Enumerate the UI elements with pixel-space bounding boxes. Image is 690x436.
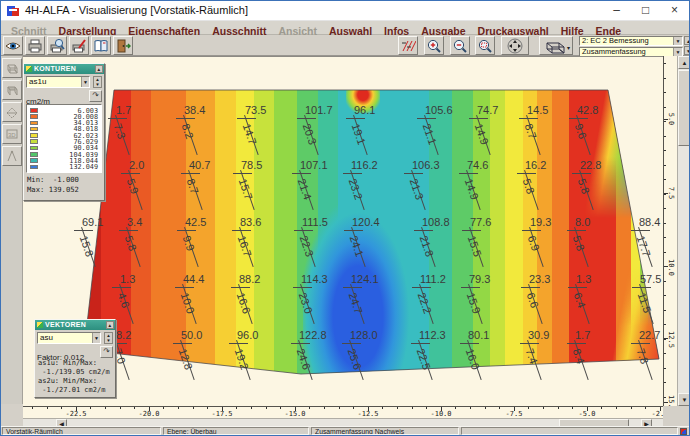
node-value-1: 73.5 bbox=[245, 104, 266, 116]
refresh-button[interactable]: ↷ bbox=[89, 90, 102, 102]
close-button[interactable]: × bbox=[660, 1, 689, 21]
zoom-in-button[interactable] bbox=[424, 36, 444, 55]
node-value-1: 83.6 bbox=[240, 216, 261, 228]
status-indicator-icon bbox=[680, 428, 687, 435]
node-value-1: 1.7 bbox=[575, 329, 590, 341]
ruler-label: -15.0 bbox=[284, 410, 305, 418]
chevron-down-icon[interactable]: ▼ bbox=[673, 37, 682, 45]
zoom-window-button[interactable] bbox=[475, 36, 495, 55]
compass-icon bbox=[5, 149, 19, 163]
loadcase-combo[interactable]: 2: EC 2 Bemessung▼ bbox=[579, 36, 683, 46]
scroll-up-icon[interactable]: ▲ bbox=[678, 56, 690, 69]
exit-door-icon bbox=[115, 38, 131, 54]
panel-collapse-button[interactable]: ▴ bbox=[95, 65, 103, 73]
ruler-minor-tick bbox=[47, 407, 48, 409]
zoom-out-icon bbox=[452, 38, 468, 54]
combo-spin-down[interactable]: ▼ bbox=[684, 46, 690, 55]
chevron-down-icon[interactable]: ▼ bbox=[673, 48, 682, 56]
render-view-button[interactable] bbox=[2, 80, 22, 100]
ruler-minor-tick bbox=[631, 407, 632, 409]
view-3d-button[interactable]: ▾ bbox=[539, 36, 573, 55]
node-value-1: 116.2 bbox=[351, 159, 378, 171]
legend-swatch bbox=[30, 139, 38, 144]
panel-collapse-button[interactable]: ▴ bbox=[106, 321, 114, 329]
ruler-label: 10.0 bbox=[667, 259, 675, 273]
vektoren-info-line: as2u: Min/Max: bbox=[38, 377, 112, 385]
wireframe-view-button[interactable] bbox=[2, 58, 22, 78]
ruler-minor-tick bbox=[120, 407, 121, 409]
node-value-1: 128.0 bbox=[350, 329, 378, 341]
zoom-out-button[interactable] bbox=[450, 36, 470, 55]
ruler-minor-tick bbox=[664, 107, 666, 108]
node-value-1: 101.7 bbox=[305, 104, 333, 116]
ruler-minor-tick bbox=[382, 407, 383, 409]
vektoren-spinner[interactable]: ▲▼ bbox=[104, 332, 113, 344]
vektoren-combo[interactable]: asu▼ bbox=[37, 332, 101, 344]
konturen-combo[interactable]: as1u▼ bbox=[26, 76, 90, 88]
vektoren-panel: VEKTOREN ▴ asu▼ ▲▼ Faktor: 0.012 ↷ as1u:… bbox=[34, 319, 116, 398]
ruler-minor-tick bbox=[664, 310, 666, 311]
ruler-minor-tick bbox=[178, 407, 179, 409]
node-value-1: 79.3 bbox=[469, 273, 490, 285]
book-icon bbox=[93, 38, 109, 54]
ruler-minor-tick bbox=[572, 407, 573, 409]
unit-label: cm2/m bbox=[26, 97, 50, 106]
faktor-label: Faktor: 0.012 bbox=[37, 353, 84, 362]
print-settings-button[interactable] bbox=[69, 36, 89, 55]
drawing-canvas[interactable]: 1.77.338.48.273.514.7101.720.396.119.110… bbox=[23, 56, 663, 406]
ruler-minor-tick bbox=[664, 92, 666, 93]
ruler-minor-tick bbox=[32, 407, 33, 409]
hidden-line-icon bbox=[5, 105, 19, 119]
node-value-1: 8.0 bbox=[575, 216, 590, 228]
legend-min: Min: -1.000 bbox=[27, 175, 101, 184]
ruler-horizontal: -22.5-20.0-17.5-15.0-12.5-10.0-7.5-5.0-2… bbox=[23, 406, 663, 418]
ruler-minor-tick bbox=[412, 407, 413, 409]
vertical-scroll-thumb[interactable] bbox=[678, 70, 690, 146]
vektoren-panel-titlebar[interactable]: VEKTOREN ▴ bbox=[35, 320, 115, 330]
combo-spin-up[interactable]: ▲ bbox=[684, 36, 690, 45]
legend-list[interactable]: 6.00320.00834.01348.01862.02376.02990.03… bbox=[26, 104, 102, 173]
menu-bar: SchnittDarstellungEigenschaftenAusschnit… bbox=[1, 21, 689, 35]
ruler-minor-tick bbox=[266, 407, 267, 409]
measure-button[interactable] bbox=[2, 146, 22, 166]
exit-button[interactable] bbox=[113, 36, 133, 55]
ruler-minor-tick bbox=[528, 407, 529, 409]
ruler-label: -5.0 bbox=[579, 410, 596, 418]
node-value-1: 8.2 bbox=[116, 329, 131, 341]
view-options-button[interactable] bbox=[3, 36, 23, 55]
scroll-down-icon[interactable]: ▼ bbox=[678, 393, 690, 406]
ruler-minor-tick bbox=[664, 237, 666, 238]
konturen-panel-titlebar[interactable]: KONTUREN ▴ bbox=[24, 64, 104, 74]
hidden-line-button[interactable] bbox=[2, 102, 22, 122]
node-value-1: 2.0 bbox=[129, 159, 144, 171]
konturen-spinner[interactable]: ▲▼ bbox=[93, 76, 102, 88]
node-value-1: 19.3 bbox=[530, 216, 551, 228]
ruler-minor-tick bbox=[664, 208, 666, 209]
pan-control[interactable] bbox=[501, 36, 529, 55]
ruler-minor-tick bbox=[664, 397, 666, 398]
print-preview-button[interactable] bbox=[47, 36, 67, 55]
print-button[interactable] bbox=[25, 36, 45, 55]
eye-icon bbox=[5, 38, 21, 54]
vertical-scrollbar[interactable]: ▲ ▼ bbox=[677, 56, 690, 406]
refresh-button[interactable]: ↷ bbox=[100, 346, 113, 358]
maximize-button[interactable]: □ bbox=[631, 1, 660, 21]
ruler-minor-tick bbox=[664, 121, 666, 122]
node-value-1: 114.3 bbox=[301, 273, 328, 285]
ruler-minor-tick bbox=[134, 407, 135, 409]
vektoren-info-line: -1./139.05 cm2/m bbox=[38, 368, 112, 376]
node-value-1: 40.7 bbox=[189, 159, 210, 171]
ruler-minor-tick bbox=[664, 179, 666, 180]
minimize-button[interactable]: – bbox=[602, 1, 631, 21]
node-value-1: 1.3 bbox=[120, 273, 135, 285]
status-bar: Vorstatik-Räumlich Ebene: Überbau Zusamm… bbox=[1, 426, 689, 435]
render-cube-icon bbox=[5, 83, 19, 97]
zoom-in-icon bbox=[426, 38, 442, 54]
manual-button[interactable] bbox=[91, 36, 111, 55]
node-value-1: 106.3 bbox=[412, 159, 440, 171]
node-value-1: 96.0 bbox=[237, 329, 258, 341]
projection-button[interactable]: 3D bbox=[2, 124, 22, 144]
node-values-button[interactable] bbox=[398, 36, 418, 55]
ruler-minor-tick bbox=[664, 368, 666, 369]
ruler-minor-tick bbox=[664, 324, 666, 325]
